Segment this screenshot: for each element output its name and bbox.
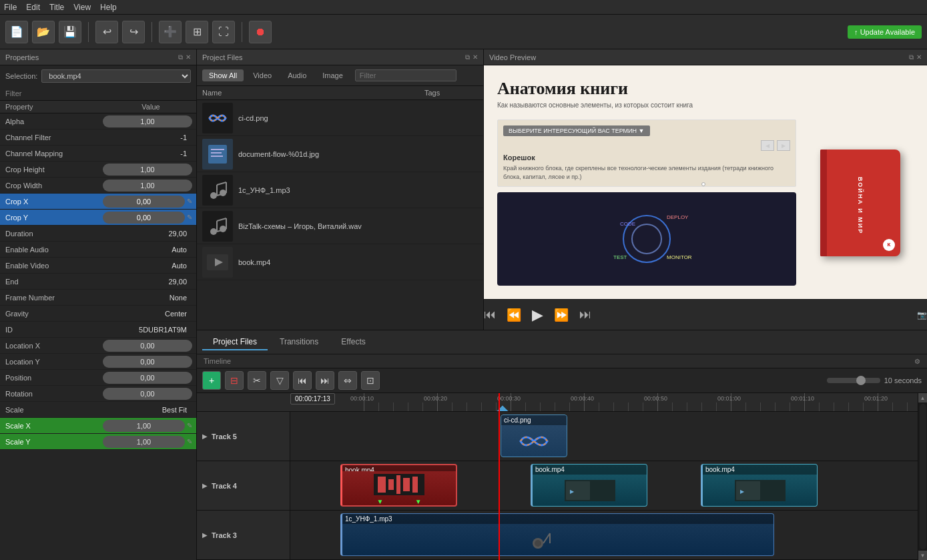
prop-row[interactable]: Enable AudioAuto (0, 242, 196, 258)
prop-edit-icon[interactable]: ✎ (187, 438, 192, 445)
vscroll-down-btn[interactable]: ▼ (918, 551, 928, 560)
tab-project-files[interactable]: Project Files (202, 334, 268, 350)
prop-row[interactable]: Scale X1,00✎ (0, 418, 196, 434)
vp-float-btn[interactable]: ⧉ (909, 53, 914, 61)
properties-close-btn[interactable]: ✕ (186, 53, 191, 61)
fast-forward-btn[interactable]: ⏩ (554, 308, 569, 322)
menu-title[interactable]: Title (49, 3, 64, 12)
prop-row[interactable]: Scale Y1,00✎ (0, 434, 196, 450)
save-button[interactable]: 💾 (59, 21, 81, 43)
prop-row[interactable]: End29,00 (0, 274, 196, 290)
tab-video[interactable]: Video (246, 69, 278, 81)
tab-transitions[interactable]: Transitions (269, 334, 329, 350)
timeline-clip[interactable]: book.mp4▶ (701, 464, 818, 507)
menu-edit[interactable]: Edit (26, 3, 40, 12)
tl-down-arrow-btn[interactable]: ▽ (270, 371, 289, 390)
prop-slider[interactable]: 0,00 (103, 212, 185, 224)
zoom-slider[interactable] (827, 378, 880, 383)
pf-item[interactable]: document-flow-%01d.jpg (197, 136, 483, 172)
tl-center-btn[interactable]: ⇔ (338, 371, 357, 390)
prop-row[interactable]: Position0,00 (0, 370, 196, 386)
timeline-clip[interactable]: book.mp4▶ (531, 464, 647, 507)
zoom-thumb[interactable] (856, 376, 866, 385)
layout-button[interactable]: ⊞ (186, 21, 208, 43)
tl-cut-btn[interactable]: ✂ (248, 371, 266, 390)
pf-filter-input[interactable] (355, 69, 456, 81)
tab-show-all[interactable]: Show All (202, 69, 244, 81)
pf-item[interactable]: 1c_УНФ_1.mp3 (197, 172, 483, 208)
pf-float-btn[interactable]: ⧉ (465, 53, 470, 61)
tab-audio[interactable]: Audio (281, 69, 313, 81)
prop-row[interactable]: ScaleBest Fit (0, 402, 196, 418)
prop-edit-icon[interactable]: ✎ (187, 214, 192, 221)
skip-start-btn[interactable]: ⏮ (484, 308, 496, 322)
pf-item[interactable]: ci-cd.png (197, 100, 483, 136)
prop-slider[interactable]: 1,00 (103, 115, 192, 127)
prop-row[interactable]: Crop Width1,00 (0, 178, 196, 194)
vscroll-up-btn[interactable]: ▲ (918, 393, 928, 402)
prop-slider[interactable]: 1,00 (103, 420, 185, 432)
tab-image[interactable]: Image (316, 69, 350, 81)
pf-close-btn[interactable]: ✕ (473, 53, 478, 61)
undo-button[interactable]: ↩ (95, 21, 118, 43)
vscroll-track[interactable] (920, 404, 926, 549)
rewind-btn[interactable]: ⏪ (507, 308, 521, 322)
prop-edit-icon[interactable]: ✎ (187, 422, 192, 429)
fullscreen-button[interactable]: ⛶ (212, 21, 235, 43)
prop-row[interactable]: Duration29,00 (0, 226, 196, 242)
svg-rect-26 (388, 479, 394, 490)
selection-dropdown[interactable]: book.mp4 (41, 69, 191, 83)
new-button[interactable]: 📄 (5, 21, 28, 43)
menu-file[interactable]: File (4, 3, 17, 12)
prop-row[interactable]: Alpha1,00 (0, 113, 196, 129)
prop-slider[interactable]: 1,00 (103, 164, 192, 176)
prop-row[interactable]: Rotation0,00 (0, 386, 196, 402)
prop-slider[interactable]: 0,00 (103, 372, 192, 384)
prop-slider[interactable]: 1,00 (103, 436, 185, 448)
timeline-clip[interactable]: book.mp4▼▼ (340, 464, 457, 507)
properties-float-btn[interactable]: ⧉ (178, 53, 183, 61)
tl-next-marker-btn[interactable]: ⏭ (316, 371, 334, 390)
prop-row[interactable]: Crop Y0,00✎ (0, 210, 196, 226)
prop-row[interactable]: ID5DUBR1AT9M (0, 322, 196, 338)
tl-snapshot-btn[interactable]: ⊡ (361, 371, 380, 390)
tl-remove-btn[interactable]: ⊟ (225, 371, 244, 390)
prop-row[interactable]: Channel Filter-1 (0, 129, 196, 146)
prop-row[interactable]: Location Y0,00 (0, 354, 196, 370)
tl-add-btn[interactable]: + (202, 371, 221, 390)
prop-slider[interactable]: 1,00 (103, 180, 192, 192)
tl-prev-marker-btn[interactable]: ⏮ (293, 371, 312, 390)
menu-help[interactable]: Help (100, 3, 117, 12)
prop-row[interactable]: GravityCenter (0, 306, 196, 322)
play-btn[interactable]: ▶ (532, 306, 543, 324)
pf-item[interactable]: book.mp4 (197, 244, 483, 280)
timeline-clip[interactable]: 1c_УНФ_1.mp3 (340, 513, 774, 556)
skip-end-btn[interactable]: ⏭ (579, 308, 591, 322)
pf-item[interactable]: BizTalk-схемы – Игорь, Виталий.wav (197, 208, 483, 244)
prop-row[interactable]: Location X0,00 (0, 338, 196, 354)
prop-edit-icon[interactable]: ✎ (187, 198, 192, 205)
track-expand-arrow[interactable]: ▶ (202, 531, 208, 539)
prop-slider[interactable]: 0,00 (103, 388, 192, 400)
open-button[interactable]: 📂 (32, 21, 55, 43)
prop-row[interactable]: Crop X0,00✎ (0, 194, 196, 210)
timeline-settings-btn[interactable]: ⚙ (914, 358, 920, 365)
timeline-clip[interactable]: ci-cd.png (501, 414, 567, 457)
prop-row[interactable]: Frame NumberNone (0, 290, 196, 306)
menu-view[interactable]: View (73, 3, 91, 12)
prop-slider[interactable]: 0,00 (103, 356, 192, 368)
add-button[interactable]: ➕ (159, 21, 182, 43)
track-expand-arrow[interactable]: ▶ (202, 433, 208, 440)
selection-label: Selection: (5, 72, 37, 80)
prop-row[interactable]: Crop Height1,00 (0, 162, 196, 178)
prop-row[interactable]: Enable VideoAuto (0, 258, 196, 274)
vp-close-btn[interactable]: ✕ (916, 53, 922, 61)
prop-row[interactable]: Channel Mapping-1 (0, 146, 196, 162)
record-button[interactable]: ⏺ (249, 21, 272, 43)
update-badge[interactable]: ↑ Update Available (848, 25, 922, 39)
tab-effects[interactable]: Effects (330, 334, 376, 350)
track-expand-arrow[interactable]: ▶ (202, 482, 208, 489)
redo-button[interactable]: ↪ (122, 21, 145, 43)
prop-slider[interactable]: 0,00 (103, 340, 192, 352)
prop-slider[interactable]: 0,00 (103, 196, 185, 208)
